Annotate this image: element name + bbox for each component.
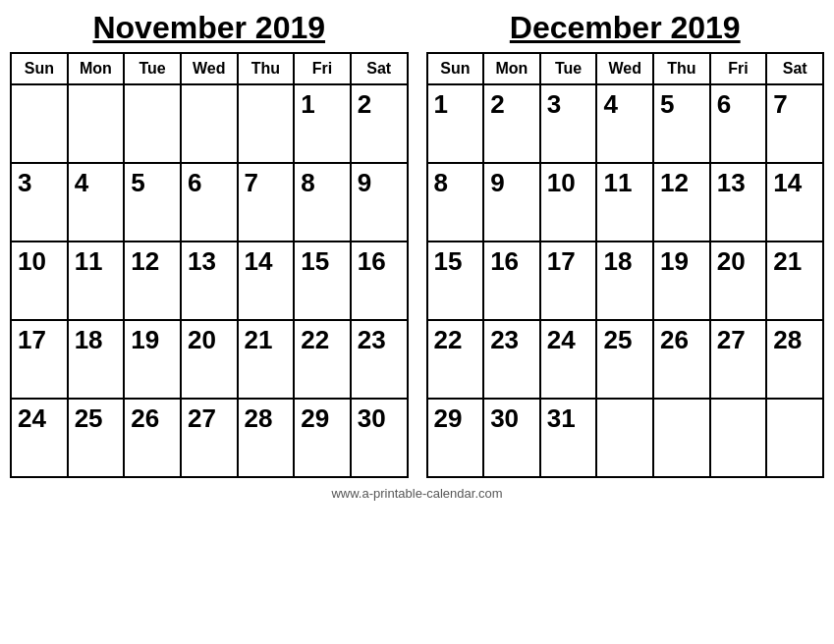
december-header-row: SunMonTueWedThuFriSat (427, 53, 824, 84)
calendar-week-row: 293031 (427, 399, 824, 477)
day-5: 5 (653, 84, 710, 163)
calendar-week-row: 1234567 (427, 84, 824, 163)
november-calendar: November 2019 SunMonTueWedThuFriSat 1234… (10, 10, 409, 478)
footer-text: www.a-printable-calendar.com (331, 486, 502, 501)
day-7: 7 (238, 163, 295, 242)
day-25: 25 (596, 320, 653, 399)
day-6: 6 (181, 163, 238, 242)
day-15: 15 (427, 242, 484, 320)
header-wed: Wed (181, 53, 238, 84)
day-5: 5 (124, 163, 181, 242)
day-31: 31 (540, 399, 597, 477)
empty-day (653, 399, 710, 477)
header-mon: Mon (68, 53, 125, 84)
day-8: 8 (427, 163, 484, 242)
day-12: 12 (653, 163, 710, 242)
day-1: 1 (427, 84, 484, 163)
header-thu: Thu (238, 53, 295, 84)
november-header-row: SunMonTueWedThuFriSat (11, 53, 408, 84)
day-4: 4 (596, 84, 653, 163)
calendars-container: November 2019 SunMonTueWedThuFriSat 1234… (10, 10, 824, 478)
calendar-week-row: 17181920212223 (11, 320, 408, 399)
day-21: 21 (238, 320, 295, 399)
header-wed: Wed (596, 53, 653, 84)
day-16: 16 (351, 242, 408, 320)
header-thu: Thu (653, 53, 710, 84)
day-23: 23 (483, 320, 540, 399)
day-28: 28 (766, 320, 823, 399)
day-21: 21 (766, 242, 823, 320)
day-14: 14 (766, 163, 823, 242)
december-title: December 2019 (426, 10, 825, 46)
day-9: 9 (483, 163, 540, 242)
day-6: 6 (710, 84, 767, 163)
day-3: 3 (11, 163, 68, 242)
day-18: 18 (596, 242, 653, 320)
header-sat: Sat (351, 53, 408, 84)
day-19: 19 (653, 242, 710, 320)
day-10: 10 (540, 163, 597, 242)
calendar-week-row: 24252627282930 (11, 399, 408, 477)
calendar-week-row: 15161718192021 (427, 242, 824, 320)
day-24: 24 (11, 399, 68, 477)
day-8: 8 (294, 163, 351, 242)
header-mon: Mon (483, 53, 540, 84)
day-10: 10 (11, 242, 68, 320)
day-11: 11 (596, 163, 653, 242)
day-13: 13 (181, 242, 238, 320)
day-11: 11 (68, 242, 125, 320)
day-9: 9 (351, 163, 408, 242)
empty-day (596, 399, 653, 477)
day-25: 25 (68, 399, 125, 477)
day-2: 2 (483, 84, 540, 163)
day-22: 22 (427, 320, 484, 399)
day-23: 23 (351, 320, 408, 399)
day-28: 28 (238, 399, 295, 477)
calendar-week-row: 10111213141516 (11, 242, 408, 320)
day-15: 15 (294, 242, 351, 320)
day-2: 2 (351, 84, 408, 163)
empty-day (238, 84, 295, 163)
header-tue: Tue (124, 53, 181, 84)
day-16: 16 (483, 242, 540, 320)
day-18: 18 (68, 320, 125, 399)
day-17: 17 (540, 242, 597, 320)
day-30: 30 (351, 399, 408, 477)
day-14: 14 (238, 242, 295, 320)
header-sun: Sun (11, 53, 68, 84)
day-29: 29 (294, 399, 351, 477)
empty-day (710, 399, 767, 477)
header-sun: Sun (427, 53, 484, 84)
calendar-week-row: 891011121314 (427, 163, 824, 242)
day-24: 24 (540, 320, 597, 399)
day-30: 30 (483, 399, 540, 477)
day-26: 26 (653, 320, 710, 399)
empty-day (181, 84, 238, 163)
day-17: 17 (11, 320, 68, 399)
day-27: 27 (710, 320, 767, 399)
calendar-week-row: 12 (11, 84, 408, 163)
header-sat: Sat (766, 53, 823, 84)
december-calendar: December 2019 SunMonTueWedThuFriSat 1234… (426, 10, 825, 478)
day-19: 19 (124, 320, 181, 399)
header-fri: Fri (710, 53, 767, 84)
day-12: 12 (124, 242, 181, 320)
calendar-week-row: 3456789 (11, 163, 408, 242)
day-13: 13 (710, 163, 767, 242)
header-tue: Tue (540, 53, 597, 84)
empty-day (124, 84, 181, 163)
day-20: 20 (181, 320, 238, 399)
day-7: 7 (766, 84, 823, 163)
day-29: 29 (427, 399, 484, 477)
empty-day (766, 399, 823, 477)
day-3: 3 (540, 84, 597, 163)
day-4: 4 (68, 163, 125, 242)
empty-day (68, 84, 125, 163)
header-fri: Fri (294, 53, 351, 84)
december-table: SunMonTueWedThuFriSat 123456789101112131… (426, 52, 825, 478)
day-22: 22 (294, 320, 351, 399)
november-table: SunMonTueWedThuFriSat 123456789101112131… (10, 52, 409, 478)
day-27: 27 (181, 399, 238, 477)
calendar-week-row: 22232425262728 (427, 320, 824, 399)
day-26: 26 (124, 399, 181, 477)
